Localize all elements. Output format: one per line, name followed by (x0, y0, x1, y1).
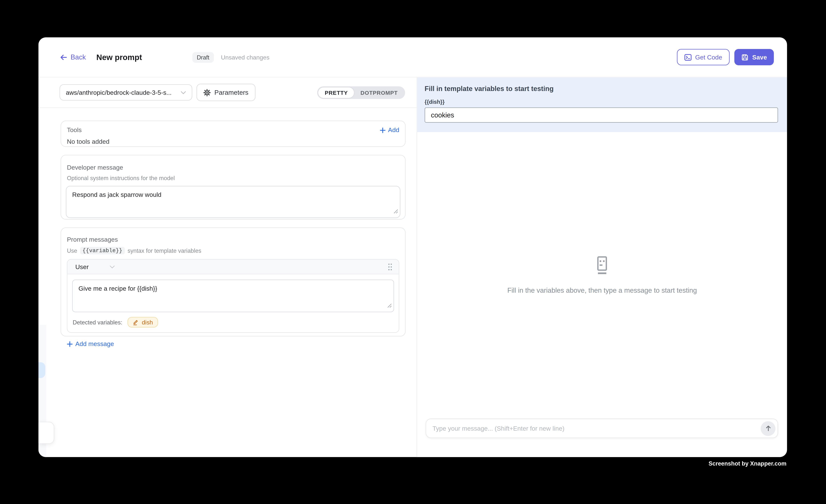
tools-title: Tools (67, 126, 82, 134)
chevron-down-icon (181, 91, 186, 94)
prompt-messages-section: Prompt messages Use {{variable}} syntax … (61, 228, 406, 336)
variable-chip-label: dish (142, 319, 153, 325)
prompt-messages-hint: Use {{variable}} syntax for template var… (67, 247, 399, 254)
robot-face-icon (592, 255, 612, 276)
view-mode-toggle: PRETTY DOTPROMPT (317, 86, 405, 99)
page-title: New prompt (96, 53, 142, 62)
variables-title: Fill in template variables to start test… (425, 85, 778, 93)
plus-icon (67, 341, 73, 347)
gear-icon (203, 89, 211, 96)
chevron-down-icon (110, 265, 115, 268)
resize-handle-icon[interactable] (394, 206, 398, 216)
terminal-icon (684, 54, 691, 61)
variable-value-input[interactable] (425, 107, 778, 123)
screenshot-frame: Back New prompt Draft Unsaved changes Ge… (0, 0, 826, 504)
chat-area: Fill in the variables above, then type a… (417, 132, 787, 457)
edit-pencil-icon (133, 319, 139, 325)
message-block: User Give me a recipe for {{d (67, 259, 399, 333)
get-code-label: Get Code (695, 54, 722, 61)
message-role-row: User (67, 259, 399, 274)
prompt-messages-title: Prompt messages (67, 236, 399, 243)
back-label: Back (71, 53, 86, 61)
hint-variable-code: {{variable}} (80, 247, 125, 254)
add-tool-label: Add (388, 126, 399, 134)
save-label: Save (752, 54, 767, 61)
variable-chip-dish[interactable]: dish (128, 317, 158, 327)
editor-toolbar: aws/anthropic/bedrock-claude-3-5-s... Pa… (39, 77, 417, 108)
developer-message-section: Developer message Optional system instru… (61, 155, 406, 219)
drag-handle-icon[interactable] (388, 263, 392, 270)
parameters-button[interactable]: Parameters (196, 84, 255, 101)
save-button[interactable]: Save (734, 49, 774, 65)
plus-icon (379, 127, 386, 133)
background-popover (39, 422, 54, 444)
send-button[interactable] (761, 421, 775, 436)
background-sidebar-active-item (39, 362, 45, 378)
toggle-dotprompt[interactable]: DOTPROMPT (354, 87, 404, 98)
developer-message-subtitle: Optional system instructions for the mod… (67, 175, 399, 181)
chat-empty-text: Fill in the variables above, then type a… (507, 287, 697, 295)
unsaved-changes-label: Unsaved changes (221, 54, 270, 60)
developer-message-field-wrap: Respond as jack sparrow would (66, 186, 400, 218)
header-actions: Get Code Save (677, 49, 774, 65)
status-badge: Draft (192, 52, 214, 62)
detected-variables-label: Detected variables: (73, 319, 122, 325)
developer-message-input[interactable]: Respond as jack sparrow would (66, 186, 400, 217)
message-content-input[interactable]: Give me a recipe for {{dish}} (73, 280, 394, 312)
editor-scroll-area: Tools Add No tools added Devel (39, 109, 417, 457)
chat-message-input[interactable] (426, 425, 761, 432)
save-icon (741, 54, 749, 61)
hint-suffix: syntax for template variables (128, 248, 201, 254)
get-code-button[interactable]: Get Code (677, 49, 730, 65)
tools-empty-text: No tools added (67, 138, 399, 145)
resize-handle-icon[interactable] (387, 301, 392, 310)
variable-name-label: {{dish}} (425, 99, 778, 105)
tools-section: Tools Add No tools added (61, 121, 406, 147)
prompt-editor-panel: aws/anthropic/bedrock-claude-3-5-s... Pa… (39, 77, 417, 457)
add-tool-button[interactable]: Add (379, 126, 399, 134)
chat-input-bar (426, 419, 778, 438)
developer-message-title: Developer message (67, 164, 399, 171)
main-content: aws/anthropic/bedrock-claude-3-5-s... Pa… (39, 77, 787, 457)
test-panel: Fill in template variables to start test… (417, 77, 787, 457)
toggle-pretty[interactable]: PRETTY (318, 87, 354, 98)
back-button[interactable]: Back (60, 53, 86, 61)
add-message-button[interactable]: Add message (67, 340, 399, 348)
message-body: Give me a recipe for {{dish}} Detected v… (67, 274, 399, 332)
variables-header: Fill in template variables to start test… (417, 77, 787, 132)
hint-prefix: Use (67, 248, 77, 254)
detected-variables-row: Detected variables: dish (72, 317, 394, 327)
parameters-label: Parameters (215, 89, 248, 96)
app-window: Back New prompt Draft Unsaved changes Ge… (39, 37, 787, 457)
model-selector-value: aws/anthropic/bedrock-claude-3-5-s... (66, 89, 172, 96)
message-role-select[interactable]: User (75, 263, 88, 270)
watermark-text: Screenshot by Xnapper.com (708, 460, 786, 467)
model-selector[interactable]: aws/anthropic/bedrock-claude-3-5-s... (60, 84, 192, 101)
add-message-label: Add message (75, 340, 114, 348)
chat-empty-state: Fill in the variables above, then type a… (417, 255, 787, 294)
arrow-up-icon (765, 425, 771, 432)
message-content-wrap: Give me a recipe for {{dish}} (72, 279, 394, 312)
back-arrow-icon (60, 54, 67, 61)
app-header: Back New prompt Draft Unsaved changes Ge… (39, 37, 787, 77)
